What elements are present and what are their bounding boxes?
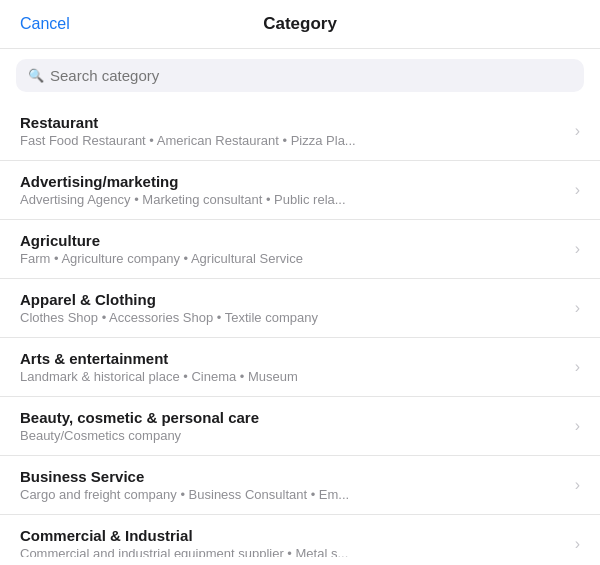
search-input[interactable] [50,67,572,84]
category-sub: Fast Food Restaurant • American Restaura… [20,133,450,148]
chevron-right-icon: › [575,299,580,317]
category-list: RestaurantFast Food Restaurant • America… [0,102,600,557]
search-icon: 🔍 [28,68,44,83]
category-text: Advertising/marketingAdvertising Agency … [20,173,567,207]
category-sub: Advertising Agency • Marketing consultan… [20,192,450,207]
category-name: Business Service [20,468,567,485]
category-item[interactable]: Beauty, cosmetic & personal careBeauty/C… [0,397,600,456]
category-item[interactable]: RestaurantFast Food Restaurant • America… [0,102,600,161]
category-item[interactable]: Arts & entertainmentLandmark & historica… [0,338,600,397]
chevron-right-icon: › [575,240,580,258]
category-name: Agriculture [20,232,567,249]
category-text: Beauty, cosmetic & personal careBeauty/C… [20,409,567,443]
chevron-right-icon: › [575,122,580,140]
category-sub: Commercial and industrial equipment supp… [20,546,450,557]
chevron-right-icon: › [575,535,580,553]
page-title: Category [263,14,337,34]
category-name: Arts & entertainment [20,350,567,367]
category-name: Restaurant [20,114,567,131]
header: Cancel Category [0,0,600,49]
category-sub: Clothes Shop • Accessories Shop • Textil… [20,310,450,325]
chevron-right-icon: › [575,417,580,435]
category-text: AgricultureFarm • Agriculture company • … [20,232,567,266]
category-item[interactable]: Advertising/marketingAdvertising Agency … [0,161,600,220]
chevron-right-icon: › [575,181,580,199]
category-item[interactable]: Business ServiceCargo and freight compan… [0,456,600,515]
category-text: RestaurantFast Food Restaurant • America… [20,114,567,148]
category-name: Beauty, cosmetic & personal care [20,409,567,426]
category-sub: Beauty/Cosmetics company [20,428,450,443]
category-name: Apparel & Clothing [20,291,567,308]
category-text: Commercial & IndustrialCommercial and in… [20,527,567,557]
category-text: Apparel & ClothingClothes Shop • Accesso… [20,291,567,325]
category-name: Commercial & Industrial [20,527,567,544]
category-item[interactable]: Commercial & IndustrialCommercial and in… [0,515,600,557]
category-item[interactable]: Apparel & ClothingClothes Shop • Accesso… [0,279,600,338]
chevron-right-icon: › [575,476,580,494]
category-text: Arts & entertainmentLandmark & historica… [20,350,567,384]
category-sub: Cargo and freight company • Business Con… [20,487,450,502]
category-sub: Landmark & historical place • Cinema • M… [20,369,450,384]
category-name: Advertising/marketing [20,173,567,190]
category-text: Business ServiceCargo and freight compan… [20,468,567,502]
category-item[interactable]: AgricultureFarm • Agriculture company • … [0,220,600,279]
cancel-button[interactable]: Cancel [20,15,70,33]
category-sub: Farm • Agriculture company • Agricultura… [20,251,450,266]
chevron-right-icon: › [575,358,580,376]
search-bar[interactable]: 🔍 [16,59,584,92]
